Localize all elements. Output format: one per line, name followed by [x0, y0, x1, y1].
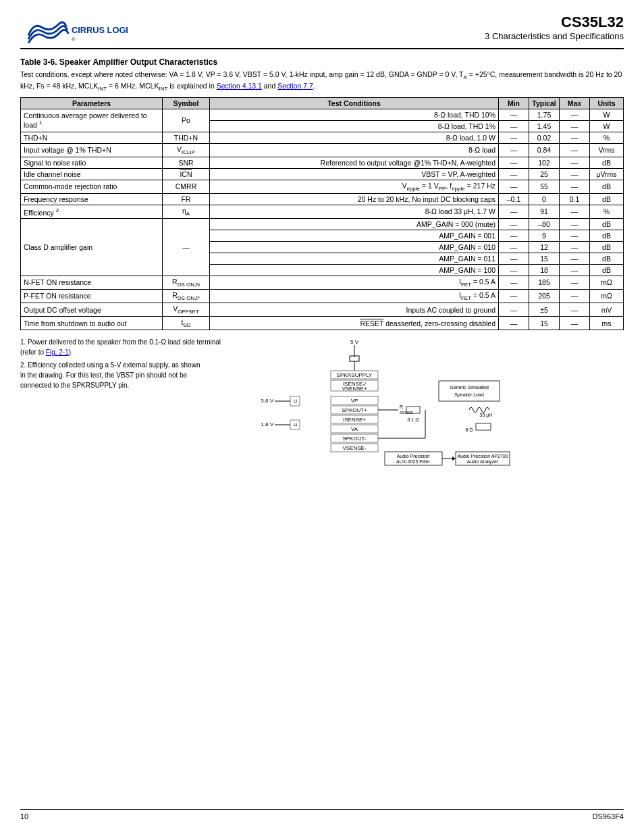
footnotes-diagram-area: 1. Power delivered to the speaker from t…	[20, 337, 624, 487]
col-header-conditions: Test Conditions	[210, 97, 499, 109]
table-row: Class D amplifier gain — AMP_GAIN = 000 …	[21, 218, 624, 230]
svg-text: Audio Precision	[397, 454, 430, 459]
table-row: N-FET ON resistance RDS ON,N IFET = 0.5 …	[21, 276, 624, 289]
svg-text: VP	[351, 398, 358, 404]
table-row: Common-mode rejection ratio CMRR Vripple…	[21, 180, 624, 193]
svg-text: SPKRSUPPLY	[337, 372, 373, 378]
svg-text: 8 Ω	[465, 427, 473, 432]
conditions-text: Test conditions, except where noted othe…	[20, 70, 624, 93]
svg-text: Audio Precision AP2700	[457, 454, 508, 459]
table-row: Output DC offset voltage VOFFSET Inputs …	[21, 303, 624, 317]
svg-text: 0.1 Ω	[408, 417, 419, 422]
fig-link[interactable]: Fig. 2-1	[46, 348, 69, 356]
svg-text: 3.6 V	[261, 398, 273, 404]
svg-text: VSENSE-	[342, 445, 366, 451]
table-row: Signal to noise ratio SNR Referenced to …	[21, 157, 624, 168]
svg-rect-20	[476, 423, 491, 430]
page-header: CIRRUS LOGIC ® CS35L32 3 Characteristics…	[20, 14, 624, 49]
header-right: CS35L32 3 Characteristics and Specificat…	[485, 14, 624, 41]
svg-text: 1.8 V	[261, 421, 273, 427]
svg-text: Speaker Load	[454, 392, 484, 398]
svg-text: Generic Simulated	[450, 385, 489, 390]
col-header-parameters: Parameters	[21, 97, 163, 109]
col-header-max: Max	[560, 97, 590, 109]
doc-number: DS963F4	[593, 812, 624, 820]
svg-text: 5 V	[350, 339, 359, 345]
table-row: Frequency response FR 20 Hz to 20 kHz, N…	[21, 193, 624, 205]
svg-text: AUX-0025 Filter	[396, 459, 430, 464]
svg-marker-25	[452, 457, 456, 461]
part-number: CS35L32	[485, 14, 624, 31]
svg-text: VA	[351, 426, 358, 432]
symbol-po: Po	[163, 109, 210, 132]
page-footer: 10 DS963F4	[20, 809, 624, 820]
svg-text: SPKOUT+	[342, 407, 367, 413]
table-row: P-FET ON resistance RDS ON,P IFET = 0.5 …	[21, 289, 624, 303]
svg-text: SPKOUT-	[342, 436, 366, 442]
cirrus-logic-logo: CIRRUS LOGIC ®	[20, 14, 128, 44]
table-row: Input voltage @ 1% THD+N VICLIP 8-Ω load…	[21, 143, 624, 157]
svg-text:®: ®	[72, 36, 76, 43]
svg-text: ⊔	[294, 398, 297, 403]
svg-text: Audio Analyzer	[467, 459, 499, 465]
section-link-1[interactable]: Section 4.13.1	[217, 82, 262, 90]
col-header-units: Units	[590, 97, 624, 109]
table-title: Table 3-6. Speaker Amplifier Output Char…	[20, 57, 624, 67]
table-row: Continuous average power delivered to lo…	[21, 109, 624, 120]
footnote-2: 2. Efficiency collected using a 5-V exte…	[20, 360, 223, 390]
page-number: 10	[20, 812, 28, 820]
param-power: Continuous average power delivered to lo…	[21, 109, 163, 132]
section-link-2[interactable]: Section 7.7	[277, 82, 313, 90]
table-row: Time from shutdown to audio out tSD RESE…	[21, 317, 624, 330]
col-header-symbol: Symbol	[163, 97, 210, 109]
table-row: Efficiency 2 ηA 8-Ω load 33 μH, 1.7 W — …	[21, 205, 624, 218]
footnotes: 1. Power delivered to the speaker from t…	[20, 337, 223, 487]
col-header-min: Min	[499, 97, 529, 109]
footnote-1: 1. Power delivered to the speaker from t…	[20, 337, 223, 357]
svg-text: ISENSE+	[343, 417, 366, 423]
svg-text: R	[400, 405, 403, 409]
cond-power-1: 8-Ω load, THD 10%	[210, 109, 499, 120]
table-row: Idle channel noise ICN VBST = VP, A-weig…	[21, 168, 624, 180]
logo-area: CIRRUS LOGIC ®	[20, 14, 128, 44]
svg-text:CIRRUS LOGIC: CIRRUS LOGIC	[72, 25, 128, 35]
section-title: 3 Characteristics and Specifications	[485, 31, 624, 41]
svg-text: VSENSE+	[342, 386, 367, 392]
characteristics-table: Parameters Symbol Test Conditions Min Ty…	[20, 97, 624, 331]
table-row: THD+N THD+N 8-Ω load, 1.0 W — 0.02 — %	[21, 132, 624, 143]
svg-text: ⊔	[294, 422, 297, 427]
svg-rect-19	[439, 381, 500, 401]
circuit-diagram: 5 V SPKRSUPPLY ISENSE-/ VSENSE+ 3.6 V ⊔ …	[236, 337, 624, 487]
svg-text: 33 μH	[480, 413, 493, 418]
circuit-svg: 5 V SPKRSUPPLY ISENSE-/ VSENSE+ 3.6 V ⊔ …	[236, 337, 520, 486]
col-header-typical: Typical	[529, 97, 560, 109]
